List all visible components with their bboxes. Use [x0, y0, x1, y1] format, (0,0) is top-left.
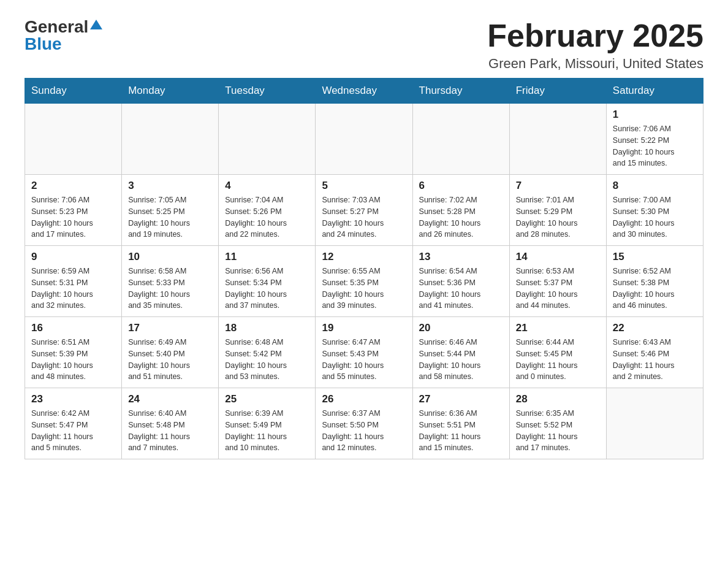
- day-number: 6: [419, 180, 503, 192]
- day-number: 9: [31, 251, 115, 263]
- calendar-cell: 15Sunrise: 6:52 AM Sunset: 5:38 PM Dayli…: [606, 246, 703, 317]
- calendar-cell: 28Sunrise: 6:35 AM Sunset: 5:52 PM Dayli…: [509, 388, 606, 459]
- calendar-cell: 2Sunrise: 7:06 AM Sunset: 5:23 PM Daylig…: [25, 175, 122, 246]
- weekday-header-row: SundayMondayTuesdayWednesdayThursdayFrid…: [25, 79, 703, 104]
- calendar-cell: 16Sunrise: 6:51 AM Sunset: 5:39 PM Dayli…: [25, 317, 122, 388]
- logo-general: General: [25, 18, 88, 36]
- calendar-cell: 20Sunrise: 6:46 AM Sunset: 5:44 PM Dayli…: [412, 317, 509, 388]
- calendar-week-row: 9Sunrise: 6:59 AM Sunset: 5:31 PM Daylig…: [25, 246, 703, 317]
- day-number: 8: [613, 180, 697, 192]
- day-number: 3: [128, 180, 212, 192]
- calendar-cell: 14Sunrise: 6:53 AM Sunset: 5:37 PM Dayli…: [509, 246, 606, 317]
- day-info: Sunrise: 6:59 AM Sunset: 5:31 PM Dayligh…: [31, 266, 115, 312]
- day-info: Sunrise: 6:48 AM Sunset: 5:42 PM Dayligh…: [225, 337, 309, 383]
- day-info: Sunrise: 7:02 AM Sunset: 5:28 PM Dayligh…: [419, 194, 503, 240]
- day-number: 4: [225, 180, 309, 192]
- day-number: 24: [128, 393, 212, 405]
- calendar-cell: 18Sunrise: 6:48 AM Sunset: 5:42 PM Dayli…: [219, 317, 316, 388]
- day-info: Sunrise: 6:52 AM Sunset: 5:38 PM Dayligh…: [613, 266, 697, 312]
- day-number: 16: [31, 322, 115, 334]
- day-number: 1: [613, 109, 697, 121]
- calendar-cell: 7Sunrise: 7:01 AM Sunset: 5:29 PM Daylig…: [509, 175, 606, 246]
- calendar-cell: 25Sunrise: 6:39 AM Sunset: 5:49 PM Dayli…: [219, 388, 316, 459]
- day-info: Sunrise: 7:06 AM Sunset: 5:22 PM Dayligh…: [613, 123, 697, 169]
- day-number: 5: [322, 180, 406, 192]
- weekday-header-saturday: Saturday: [606, 79, 703, 104]
- weekday-header-tuesday: Tuesday: [219, 79, 316, 104]
- calendar-week-row: 23Sunrise: 6:42 AM Sunset: 5:47 PM Dayli…: [25, 388, 703, 459]
- calendar-title: February 2025: [487, 18, 703, 53]
- day-info: Sunrise: 6:46 AM Sunset: 5:44 PM Dayligh…: [419, 337, 503, 383]
- calendar-cell: [122, 104, 219, 175]
- calendar-cell: 13Sunrise: 6:54 AM Sunset: 5:36 PM Dayli…: [412, 246, 509, 317]
- calendar-cell: 19Sunrise: 6:47 AM Sunset: 5:43 PM Dayli…: [316, 317, 412, 388]
- calendar-week-row: 16Sunrise: 6:51 AM Sunset: 5:39 PM Dayli…: [25, 317, 703, 388]
- day-number: 27: [419, 393, 503, 405]
- day-info: Sunrise: 6:35 AM Sunset: 5:52 PM Dayligh…: [516, 408, 600, 454]
- day-info: Sunrise: 6:47 AM Sunset: 5:43 PM Dayligh…: [322, 337, 406, 383]
- calendar-week-row: 1Sunrise: 7:06 AM Sunset: 5:22 PM Daylig…: [25, 104, 703, 175]
- weekday-header-sunday: Sunday: [25, 79, 122, 104]
- day-info: Sunrise: 6:39 AM Sunset: 5:49 PM Dayligh…: [225, 408, 309, 454]
- day-info: Sunrise: 7:05 AM Sunset: 5:25 PM Dayligh…: [128, 194, 212, 240]
- calendar-cell: 26Sunrise: 6:37 AM Sunset: 5:50 PM Dayli…: [316, 388, 412, 459]
- calendar-cell: 27Sunrise: 6:36 AM Sunset: 5:51 PM Dayli…: [412, 388, 509, 459]
- day-number: 18: [225, 322, 309, 334]
- day-info: Sunrise: 6:42 AM Sunset: 5:47 PM Dayligh…: [31, 408, 115, 454]
- day-info: Sunrise: 7:03 AM Sunset: 5:27 PM Dayligh…: [322, 194, 406, 240]
- logo: General Blue: [25, 18, 102, 53]
- calendar-cell: [412, 104, 509, 175]
- day-number: 17: [128, 322, 212, 334]
- day-number: 23: [31, 393, 115, 405]
- day-info: Sunrise: 6:37 AM Sunset: 5:50 PM Dayligh…: [322, 408, 406, 454]
- day-number: 25: [225, 393, 309, 405]
- calendar-cell: 6Sunrise: 7:02 AM Sunset: 5:28 PM Daylig…: [412, 175, 509, 246]
- day-info: Sunrise: 6:43 AM Sunset: 5:46 PM Dayligh…: [613, 337, 697, 383]
- weekday-header-friday: Friday: [509, 79, 606, 104]
- day-number: 26: [322, 393, 406, 405]
- calendar-cell: 1Sunrise: 7:06 AM Sunset: 5:22 PM Daylig…: [606, 104, 703, 175]
- calendar-cell: [509, 104, 606, 175]
- calendar-cell: 3Sunrise: 7:05 AM Sunset: 5:25 PM Daylig…: [122, 175, 219, 246]
- calendar-cell: 23Sunrise: 6:42 AM Sunset: 5:47 PM Dayli…: [25, 388, 122, 459]
- day-number: 22: [613, 322, 697, 334]
- calendar-cell: [25, 104, 122, 175]
- day-number: 7: [516, 180, 600, 192]
- day-info: Sunrise: 7:01 AM Sunset: 5:29 PM Dayligh…: [516, 194, 600, 240]
- day-info: Sunrise: 6:44 AM Sunset: 5:45 PM Dayligh…: [516, 337, 600, 383]
- calendar-cell: [219, 104, 316, 175]
- day-number: 12: [322, 251, 406, 263]
- day-number: 15: [613, 251, 697, 263]
- title-block: February 2025 Green Park, Missouri, Unit…: [487, 18, 703, 72]
- day-info: Sunrise: 7:04 AM Sunset: 5:26 PM Dayligh…: [225, 194, 309, 240]
- calendar-cell: 17Sunrise: 6:49 AM Sunset: 5:40 PM Dayli…: [122, 317, 219, 388]
- weekday-header-wednesday: Wednesday: [316, 79, 412, 104]
- day-info: Sunrise: 7:06 AM Sunset: 5:23 PM Dayligh…: [31, 194, 115, 240]
- day-number: 10: [128, 251, 212, 263]
- logo-triangle-icon: [90, 20, 102, 29]
- calendar-cell: 5Sunrise: 7:03 AM Sunset: 5:27 PM Daylig…: [316, 175, 412, 246]
- calendar-cell: 21Sunrise: 6:44 AM Sunset: 5:45 PM Dayli…: [509, 317, 606, 388]
- day-number: 28: [516, 393, 600, 405]
- day-info: Sunrise: 6:58 AM Sunset: 5:33 PM Dayligh…: [128, 266, 212, 312]
- weekday-header-monday: Monday: [122, 79, 219, 104]
- calendar-cell: [606, 388, 703, 459]
- calendar-cell: 12Sunrise: 6:55 AM Sunset: 5:35 PM Dayli…: [316, 246, 412, 317]
- day-info: Sunrise: 6:40 AM Sunset: 5:48 PM Dayligh…: [128, 408, 212, 454]
- day-info: Sunrise: 6:49 AM Sunset: 5:40 PM Dayligh…: [128, 337, 212, 383]
- calendar-cell: 22Sunrise: 6:43 AM Sunset: 5:46 PM Dayli…: [606, 317, 703, 388]
- calendar-table: SundayMondayTuesdayWednesdayThursdayFrid…: [25, 78, 703, 459]
- day-number: 14: [516, 251, 600, 263]
- day-number: 20: [419, 322, 503, 334]
- day-info: Sunrise: 6:53 AM Sunset: 5:37 PM Dayligh…: [516, 266, 600, 312]
- day-info: Sunrise: 6:56 AM Sunset: 5:34 PM Dayligh…: [225, 266, 309, 312]
- calendar-subtitle: Green Park, Missouri, United States: [487, 56, 703, 72]
- day-info: Sunrise: 6:51 AM Sunset: 5:39 PM Dayligh…: [31, 337, 115, 383]
- day-info: Sunrise: 6:55 AM Sunset: 5:35 PM Dayligh…: [322, 266, 406, 312]
- calendar-cell: 11Sunrise: 6:56 AM Sunset: 5:34 PM Dayli…: [219, 246, 316, 317]
- calendar-cell: 4Sunrise: 7:04 AM Sunset: 5:26 PM Daylig…: [219, 175, 316, 246]
- calendar-cell: 9Sunrise: 6:59 AM Sunset: 5:31 PM Daylig…: [25, 246, 122, 317]
- day-number: 21: [516, 322, 600, 334]
- day-info: Sunrise: 6:36 AM Sunset: 5:51 PM Dayligh…: [419, 408, 503, 454]
- calendar-week-row: 2Sunrise: 7:06 AM Sunset: 5:23 PM Daylig…: [25, 175, 703, 246]
